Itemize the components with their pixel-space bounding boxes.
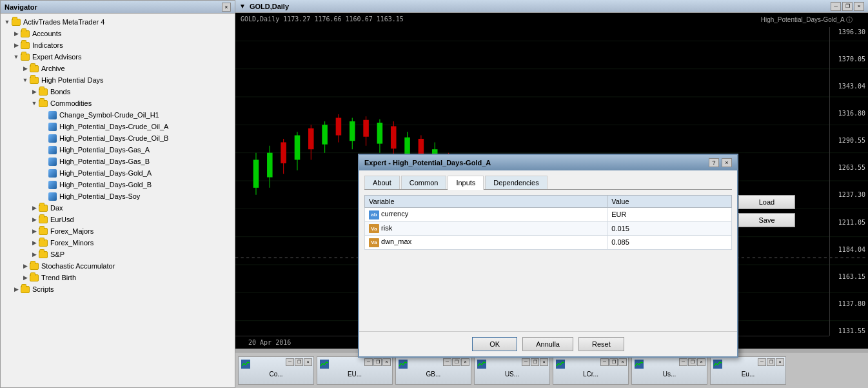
- tree-label-commodities: Commodities: [50, 99, 92, 107]
- tb-close[interactable]: ×: [304, 358, 312, 366]
- expand-arrow: ▶: [21, 274, 29, 281]
- tree-item-change-symbol[interactable]: Change_Symbol-Crude_Oil_H1: [1, 109, 235, 121]
- taskbar-item[interactable]: ─❐×US...: [474, 356, 550, 385]
- value-cell[interactable]: EUR: [607, 208, 732, 222]
- chart-close-button[interactable]: ×: [854, 2, 864, 11]
- tree-item-accounts[interactable]: ▶Accounts: [1, 28, 235, 39]
- tab-dependencies[interactable]: Dependencies: [485, 176, 547, 189]
- folder-icon: [29, 75, 39, 85]
- ea-icon: [47, 133, 57, 143]
- tree-item-dax[interactable]: ▶Dax: [1, 202, 235, 214]
- taskbar-item[interactable]: ─❐×Co...: [238, 356, 314, 385]
- dialog-close-button[interactable]: ×: [722, 158, 732, 167]
- expand-arrow: ▶: [21, 65, 29, 72]
- expand-arrow: ▶: [30, 227, 38, 235]
- tree-label-trend-birth: Trend Birth: [41, 274, 76, 281]
- tree-label-forex-majors: Forex_Majors: [50, 227, 94, 235]
- tree-item-hpd-gold-a[interactable]: High_Potential_Days-Gold_A: [1, 167, 235, 179]
- tree-item-hpd-crude-a[interactable]: High_Potential_Days-Crude_Oil_A: [1, 121, 235, 132]
- navigator-close-button[interactable]: ×: [222, 3, 231, 12]
- svg-rect-28: [363, 120, 369, 137]
- tb-close[interactable]: ×: [540, 358, 548, 366]
- folder-icon: [38, 203, 48, 213]
- tree-item-stochastic[interactable]: ▶Stochastic Accumulator: [1, 260, 235, 272]
- expand-arrow: ▶: [30, 239, 38, 247]
- value-cell[interactable]: 0.015: [607, 221, 732, 236]
- price-label: 1370.05: [833, 56, 865, 63]
- taskbar-item[interactable]: ─❐×Eu...: [710, 356, 786, 385]
- tb-close[interactable]: ×: [697, 358, 705, 366]
- expand-arrow: [39, 146, 47, 154]
- tree-label-hpd-gold-b: High_Potential_Days-Gold_B: [59, 181, 152, 189]
- folder-icon: [38, 98, 48, 108]
- chart-minimize-button[interactable]: ─: [831, 2, 841, 11]
- tb-close[interactable]: ×: [618, 358, 627, 366]
- tree-item-activtrades[interactable]: ▼ActivTrades MetaTrader 4: [1, 16, 235, 28]
- tb-restore[interactable]: ❐: [452, 358, 460, 366]
- tb-minimize[interactable]: ─: [600, 358, 609, 366]
- svg-rect-30: [377, 123, 383, 144]
- ea-icon: [47, 121, 57, 132]
- load-button[interactable]: Load: [738, 195, 795, 209]
- tb-close[interactable]: ×: [382, 358, 391, 366]
- dialog-titlebar: Expert - High_Potential_Days-Gold_A ? ×: [359, 155, 737, 170]
- tree-item-hpd-gas-b[interactable]: High_Potential_Days-Gas_B: [1, 156, 235, 167]
- ea-icon: [47, 191, 57, 201]
- tb-close[interactable]: ×: [776, 358, 784, 366]
- save-button[interactable]: Save: [738, 213, 795, 227]
- tree-item-hpd-gas-a[interactable]: High_Potential_Days-Gas_A: [1, 144, 235, 156]
- taskbar-label: Eu...: [742, 371, 755, 378]
- tree-item-forex-minors[interactable]: ▶Forex_Minors: [1, 237, 235, 249]
- tree-label-hpd-crude-b: High_Potential_Days-Crude_Oil_B: [59, 134, 168, 142]
- tb-restore[interactable]: ❐: [531, 358, 539, 366]
- tab-common[interactable]: Common: [401, 176, 447, 189]
- tree-label-hpd-crude-a: High_Potential_Days-Crude_Oil_A: [59, 123, 168, 130]
- tb-minimize[interactable]: ─: [679, 358, 687, 366]
- tb-minimize[interactable]: ─: [364, 358, 373, 366]
- tab-about[interactable]: About: [364, 176, 400, 189]
- tree-item-commodities[interactable]: ▼Commodities: [1, 97, 235, 109]
- tree-item-scripts[interactable]: ▶Scripts: [1, 283, 235, 295]
- cancel-button[interactable]: Annulla: [522, 337, 573, 351]
- tb-restore[interactable]: ❐: [767, 358, 775, 366]
- variable-cell: Va dwn_max: [365, 236, 607, 250]
- tree-item-eurusd[interactable]: ▶EurUsd: [1, 214, 235, 225]
- tab-inputs[interactable]: Inputs: [448, 176, 484, 190]
- tb-restore[interactable]: ❐: [295, 358, 303, 366]
- tb-minimize[interactable]: ─: [443, 358, 451, 366]
- tree-item-forex-majors[interactable]: ▶Forex_Majors: [1, 225, 235, 237]
- tb-minimize[interactable]: ─: [758, 358, 766, 366]
- tb-restore[interactable]: ❐: [688, 358, 696, 366]
- tree-item-archive[interactable]: ▶Archive: [1, 63, 235, 74]
- taskbar-item[interactable]: ─❐×EU...: [317, 356, 393, 385]
- tree-item-high-potential-days[interactable]: ▼High Potential Days: [1, 74, 235, 86]
- tree-item-hpd-soy[interactable]: High_Potential_Days-Soy: [1, 190, 235, 202]
- folder-icon: [20, 28, 30, 39]
- taskbar-item[interactable]: ─❐×Us...: [631, 356, 707, 385]
- price-label: 1163.15: [833, 273, 865, 280]
- tree-item-sp[interactable]: ▶S&P: [1, 249, 235, 260]
- chart-restore-button[interactable]: ❐: [842, 2, 853, 11]
- tree-item-hpd-gold-b[interactable]: High_Potential_Days-Gold_B: [1, 179, 235, 190]
- taskbar-item[interactable]: ─❐×LCr...: [553, 356, 629, 385]
- ok-button[interactable]: OK: [472, 337, 517, 351]
- tree-item-bonds[interactable]: ▶Bonds: [1, 86, 235, 97]
- tree-item-expert-advisors[interactable]: ▼Expert Advisors: [1, 51, 235, 63]
- tb-restore[interactable]: ❐: [609, 358, 618, 366]
- tree-item-indicators[interactable]: ▶Indicators: [1, 39, 235, 51]
- expand-arrow: [39, 111, 47, 119]
- taskbar-item[interactable]: ─❐×GB...: [395, 356, 471, 385]
- reset-button[interactable]: Reset: [578, 337, 624, 351]
- tree-item-trend-birth[interactable]: ▶Trend Birth: [1, 272, 235, 283]
- tb-minimize[interactable]: ─: [286, 358, 294, 366]
- taskbar-chart-icon: [241, 360, 250, 369]
- tb-close[interactable]: ×: [461, 358, 469, 366]
- expand-arrow: ▼: [30, 99, 38, 107]
- inputs-empty-space: [364, 255, 732, 326]
- dialog-help-button[interactable]: ?: [709, 158, 719, 167]
- tb-minimize[interactable]: ─: [522, 358, 530, 366]
- price-label: 1137.80: [833, 300, 865, 307]
- tb-restore[interactable]: ❐: [373, 358, 382, 366]
- value-cell[interactable]: 0.085: [607, 236, 732, 250]
- tree-item-hpd-crude-b[interactable]: High_Potential_Days-Crude_Oil_B: [1, 132, 235, 144]
